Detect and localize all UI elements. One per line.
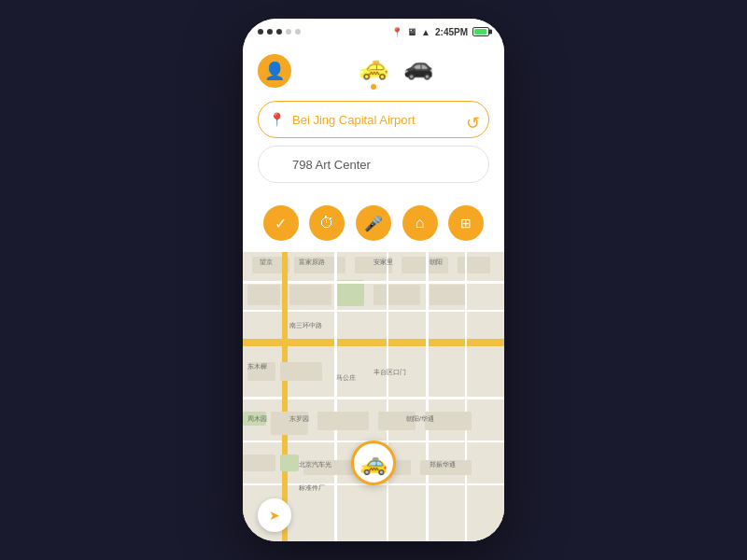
recent-button[interactable]: ⏱ [309, 205, 345, 241]
signal-dots [258, 29, 301, 35]
time-display: 2:45PM [435, 27, 468, 37]
compass-button[interactable]: ➤ [258, 498, 291, 532]
map-label: 富家原路 [299, 258, 325, 267]
map-area[interactable]: 望京 富家原路 安家里 朝阳 南三环中路 东木樨 马公庄 周木园 东罗园 丰台区… [243, 252, 504, 541]
car-option-taxi[interactable]: 🚕 [359, 52, 388, 90]
car-option-sedan[interactable]: 🚗 [403, 52, 433, 90]
signal-dot-1 [258, 29, 263, 35]
from-input-wrapper: 📍 [258, 101, 489, 138]
location-icon: 📍 [391, 27, 402, 37]
building-button[interactable]: ⊞ [448, 205, 484, 241]
status-bar: 📍 🖥 ▲ 2:45PM [243, 19, 504, 45]
map-label: 标准件厂 [299, 483, 325, 493]
home-button[interactable]: ⌂ [402, 205, 438, 241]
road-v-4 [465, 252, 467, 541]
map-block [374, 285, 420, 305]
road-v-3 [426, 252, 429, 541]
monitor-icon: 🖥 [407, 27, 416, 37]
map-block [247, 285, 280, 305]
taxi-marker: 🚕 [351, 441, 396, 485]
map-block [289, 285, 331, 305]
map-background: 望京 富家原路 安家里 朝阳 南三环中路 东木樨 马公庄 周木园 东罗园 丰台区… [243, 252, 504, 541]
map-label: 安家里 [374, 258, 393, 267]
to-input-container: ↺ [258, 146, 489, 183]
map-label: 郑振华通 [430, 460, 456, 469]
map-block-green [336, 280, 364, 306]
swap-button[interactable]: ↺ [459, 110, 486, 136]
taxi-car-icon: 🚕 [359, 52, 388, 81]
status-right: 📍 🖥 ▲ 2:45PM [391, 27, 489, 37]
map-block-green [280, 455, 299, 471]
to-location-input[interactable] [258, 146, 489, 183]
signal-dot-5 [295, 29, 301, 35]
voice-button[interactable]: 🎤 [356, 205, 391, 241]
map-label: 朝阳 [430, 258, 443, 267]
clock-icon: ⏱ [319, 215, 334, 231]
map-block [430, 285, 467, 305]
map-label: 南三环中路 [289, 321, 322, 330]
map-block [458, 257, 490, 273]
sedan-car-icon: 🚗 [403, 52, 433, 81]
to-input-wrapper [258, 146, 489, 183]
signal-dot-4 [286, 29, 291, 35]
map-label: 周木园 [247, 414, 267, 424]
battery-icon [472, 27, 489, 36]
map-label: 东木樨 [247, 362, 267, 371]
confirm-icon: ✓ [275, 215, 287, 232]
signal-dot-3 [276, 29, 282, 35]
map-block [243, 455, 275, 471]
car-selector: 🚕 🚗 [303, 52, 489, 90]
road-v-1 [334, 252, 337, 541]
building-icon: ⊞ [460, 216, 472, 231]
map-block [317, 412, 369, 430]
map-label: 望京 [260, 258, 273, 267]
signal-dot-2 [267, 29, 273, 35]
taxi-icon: 🚕 [359, 450, 388, 476]
map-label: 朝阳/华通 [406, 414, 434, 424]
map-label: 北京汽车光 [299, 460, 331, 469]
wifi-icon: ▲ [421, 27, 430, 37]
car-dot-inactive [416, 84, 421, 90]
map-label: 丰台区口门 [374, 368, 406, 377]
road-v-2 [387, 252, 388, 541]
map-block [280, 362, 322, 381]
phone-frame: 📍 🖥 ▲ 2:45PM 👤 🚕 🚗 📍 [243, 19, 504, 541]
avatar[interactable]: 👤 [258, 54, 291, 88]
home-icon: ⌂ [416, 215, 425, 231]
from-location-input[interactable] [258, 101, 489, 138]
map-label: 马公庄 [336, 373, 356, 383]
confirm-button[interactable]: ✓ [263, 205, 299, 241]
avatar-icon: 👤 [264, 61, 285, 81]
mic-icon: 🎤 [364, 215, 383, 232]
map-label: 东罗园 [289, 414, 309, 424]
input-area: 📍 ↺ [243, 101, 504, 198]
compass-icon: ➤ [269, 508, 280, 523]
app-header: 👤 🚕 🚗 [243, 45, 504, 101]
action-buttons-bar: ✓ ⏱ 🎤 ⌂ ⊞ [243, 198, 504, 252]
main-road-v [282, 252, 288, 541]
car-dot-active [371, 84, 376, 90]
from-pin-icon: 📍 [269, 112, 285, 127]
